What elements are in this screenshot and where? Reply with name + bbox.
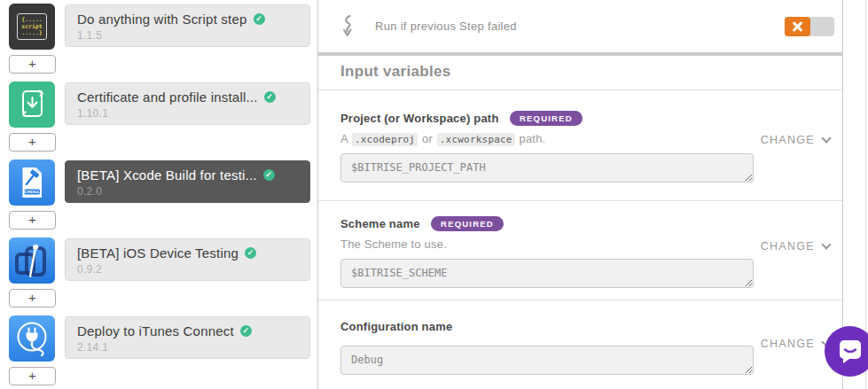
deploy-step-icon[interactable] xyxy=(9,315,55,362)
required-badge: REQUIRED xyxy=(510,111,583,126)
device-testing-step-icon[interactable] xyxy=(9,237,55,284)
step-title: [BETA] iOS Device Testing xyxy=(77,245,239,261)
chevron-down-icon xyxy=(821,239,831,249)
step-card-certificate[interactable]: Certificate and profile install... ✓ 1.1… xyxy=(65,82,310,125)
certificate-step-icon[interactable] xyxy=(9,82,55,128)
intercom-chat-bubble-icon xyxy=(837,338,864,366)
run-if-bar: Run if previous Step failed xyxy=(318,0,842,52)
step-list-sidebar: {..... script .....} Do anything with Sc… xyxy=(0,0,317,389)
verified-badge-icon: ✓ xyxy=(263,169,275,181)
input-section-configuration-name: Configuration name Debug CHANGE xyxy=(318,300,842,389)
desc-text: path. xyxy=(516,132,546,145)
xcode-build-step-icon[interactable]: XCRESULT xyxy=(9,159,55,206)
change-button[interactable]: CHANGE xyxy=(761,240,832,253)
step-title: [BETA] Xcode Build for testi... xyxy=(77,167,257,183)
scheme-name-input[interactable]: $BITRISE_SCHEME xyxy=(340,259,754,288)
add-step-button[interactable]: + xyxy=(9,55,56,74)
input-section-scheme-name: Scheme name REQUIRED The Scheme to use. … xyxy=(318,200,842,300)
required-badge: REQUIRED xyxy=(431,216,504,231)
verified-badge-icon: ✓ xyxy=(254,13,265,25)
add-step-button[interactable]: + xyxy=(9,289,56,307)
device-testing-icon xyxy=(9,237,55,284)
change-button[interactable]: CHANGE xyxy=(761,338,832,350)
step-card-xcode-build[interactable]: [BETA] Xcode Build for testi... ✓ 0.2.0 xyxy=(65,160,310,203)
step-title: Certificate and profile install... xyxy=(77,89,258,105)
step-version: 1.1.5 xyxy=(77,29,298,42)
configuration-name-input[interactable]: Debug xyxy=(340,346,754,375)
bitrise-workflow-editor: {..... script .....} Do anything with Sc… xyxy=(0,0,868,389)
add-step-button[interactable]: + xyxy=(9,211,56,230)
step-card-device-testing[interactable]: [BETA] iOS Device Testing ✓ 0.9.2 xyxy=(65,238,310,281)
plug-deploy-icon xyxy=(9,315,55,362)
chevron-down-icon xyxy=(821,133,831,143)
change-label: CHANGE xyxy=(761,240,815,253)
verified-badge-icon: ✓ xyxy=(245,247,256,259)
add-step-button[interactable]: + xyxy=(9,367,56,385)
input-variables-heading: Input variables xyxy=(340,63,450,81)
step-version: 0.2.0 xyxy=(77,185,298,198)
change-button[interactable]: CHANGE xyxy=(761,134,832,146)
input-label: Configuration name xyxy=(340,320,452,333)
x-icon xyxy=(793,21,803,32)
desc-text: or xyxy=(418,132,436,145)
input-label: Project (or Workspace) path xyxy=(340,112,499,125)
add-step-button[interactable]: + xyxy=(9,133,56,152)
run-if-label: Run if previous Step failed xyxy=(375,19,517,33)
intercom-chat-button[interactable] xyxy=(825,326,868,377)
step-config-panel: Run if previous Step failed Input variab… xyxy=(317,0,843,389)
step-title: Do anything with Script step xyxy=(77,12,247,27)
verified-badge-icon: ✓ xyxy=(240,325,252,337)
code-span: .xcworkspace xyxy=(437,133,515,146)
input-label: Scheme name xyxy=(340,217,420,230)
project-path-input[interactable]: $BITRISE_PROJECT_PATH xyxy=(340,153,754,183)
panel-divider xyxy=(318,52,842,56)
step-version: 2.14.1 xyxy=(77,341,298,354)
xcresult-label: XCRESULT xyxy=(23,190,43,194)
input-section-project-path: Project (or Workspace) path REQUIRED A .… xyxy=(318,89,842,200)
run-condition-icon xyxy=(341,14,354,39)
step-version: 1.10.1 xyxy=(77,107,298,120)
script-icon-line: .....} xyxy=(21,30,42,37)
step-card-deploy-itunes[interactable]: Deploy to iTunes Connect ✓ 2.14.1 xyxy=(65,316,310,359)
step-title: Deploy to iTunes Connect xyxy=(77,323,234,338)
xcode-build-icon: XCRESULT xyxy=(9,159,55,206)
verified-badge-icon: ✓ xyxy=(264,91,276,103)
code-span: .xcodeproj xyxy=(352,133,418,146)
terminal-window-icon: {..... script .....} xyxy=(17,13,46,40)
step-card-script[interactable]: Do anything with Script step ✓ 1.1.5 xyxy=(65,4,310,47)
change-label: CHANGE xyxy=(761,134,815,146)
run-if-toggle[interactable] xyxy=(785,17,834,36)
certificate-scroll-icon xyxy=(9,82,55,128)
toggle-knob xyxy=(785,17,810,36)
step-version: 0.9.2 xyxy=(77,263,298,276)
script-step-icon[interactable]: {..... script .....} xyxy=(9,4,55,50)
desc-text: A xyxy=(340,132,351,145)
change-label: CHANGE xyxy=(761,338,815,350)
